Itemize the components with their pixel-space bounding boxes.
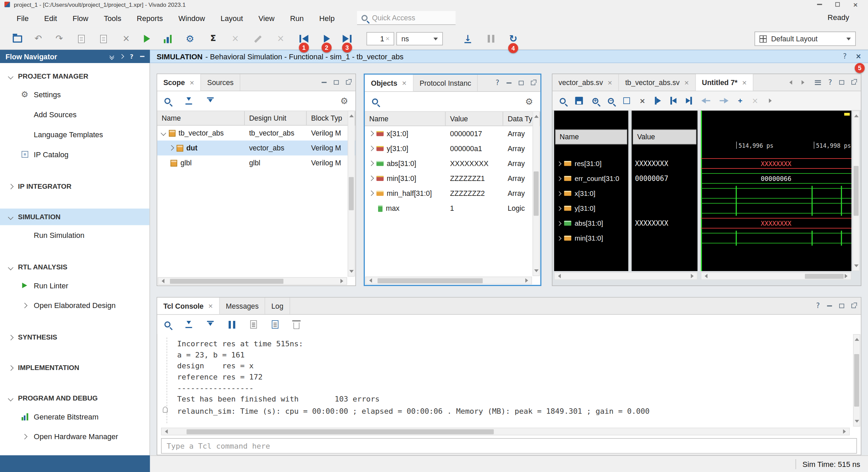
remove-cursor-icon[interactable]: × (639, 97, 646, 104)
copy-button[interactable] (93, 31, 114, 46)
maximize-icon[interactable] (334, 80, 339, 85)
quick-access-search[interactable]: Quick Access (357, 11, 456, 25)
chevron-right-icon[interactable] (369, 161, 374, 166)
wave-signal-name[interactable]: x[31:0] (554, 186, 628, 201)
table-row[interactable]: tb_vector_abs tb_vector_abs Verilog M (157, 126, 355, 141)
vertical-scrollbar[interactable] (348, 111, 355, 277)
table-row[interactable]: max 1 Logic (365, 201, 540, 216)
table-row[interactable]: glbl glbl Verilog M (157, 156, 355, 170)
generate-bitstream-button[interactable] (157, 31, 178, 46)
sidebar-item-generate-bitstream[interactable]: Generate Bitstream (0, 407, 150, 427)
wave-signal-name[interactable]: y[31:0] (554, 201, 628, 216)
edit-button[interactable] (248, 31, 269, 46)
cut-button[interactable]: × (225, 31, 246, 46)
vertical-scrollbar[interactable] (852, 111, 860, 271)
help-icon[interactable]: ? (843, 53, 847, 60)
swap-left-icon[interactable] (701, 98, 710, 103)
maximize-icon[interactable] (519, 81, 524, 85)
chevron-right-icon[interactable] (369, 131, 374, 136)
column-header-name[interactable]: Name (365, 112, 446, 126)
menu-flow[interactable]: Flow (65, 11, 96, 25)
tab-vector-abs-sv[interactable]: vector_abs.sv× (552, 74, 619, 91)
sim-time-input[interactable] (369, 35, 384, 43)
tab-tcl-console[interactable]: Tcl Console× (157, 297, 220, 314)
maximize-icon[interactable] (835, 2, 840, 7)
tab-protocol-instances[interactable]: Protocol Instanc (413, 75, 478, 91)
more-tools-icon[interactable] (769, 99, 774, 103)
maximize-icon[interactable] (839, 304, 844, 308)
wave-signal-name[interactable]: res[31:0] (554, 156, 628, 171)
sidebar-section-project-manager[interactable]: PROJECT MANAGER (0, 68, 150, 85)
float-icon[interactable] (851, 304, 856, 308)
table-row[interactable]: x[31:0] 00000017 Array (365, 126, 540, 141)
tab-messages[interactable]: Messages (220, 297, 265, 314)
table-row[interactable]: abs[31:0] XXXXXXXX Array (365, 156, 540, 171)
help-icon[interactable]: ? (828, 79, 832, 86)
redo-button[interactable]: ↷ (49, 31, 70, 46)
expand-all-icon[interactable] (207, 321, 214, 328)
gear-icon[interactable]: ⚙ (340, 97, 348, 105)
close-icon[interactable]: × (684, 79, 689, 85)
search-icon[interactable] (372, 99, 378, 105)
chevron-right-icon[interactable] (169, 145, 174, 150)
horizontal-scrollbar[interactable] (161, 428, 850, 435)
search-icon[interactable] (164, 322, 171, 328)
tab-scroll-right-icon[interactable] (802, 80, 807, 85)
table-row[interactable]: dut vector_abs Verilog M (157, 141, 355, 156)
layout-select[interactable]: Default Layout (754, 32, 856, 46)
tcl-command-input[interactable] (162, 442, 856, 450)
wave-horizontal-scrollbar[interactable] (701, 272, 851, 280)
goto-time-icon[interactable] (656, 98, 661, 103)
tab-scroll-left-icon[interactable] (787, 80, 792, 85)
collapse-all-icon[interactable] (185, 321, 192, 328)
close-icon[interactable]: × (607, 79, 612, 85)
copy-icon[interactable] (250, 320, 257, 328)
search-icon[interactable] (164, 98, 171, 104)
close-icon[interactable]: × (855, 53, 861, 60)
help-icon[interactable]: ? (496, 80, 499, 86)
menu-run[interactable]: Run (282, 11, 312, 25)
collapse-all-icon[interactable] (110, 54, 113, 59)
table-row[interactable]: y[31:0] 000000a1 Array (365, 141, 540, 156)
add-marker-icon[interactable]: + (738, 96, 742, 105)
sim-time-unit-select[interactable]: ns (396, 32, 443, 45)
report-icon[interactable] (272, 320, 278, 328)
anchor-icon[interactable] (163, 407, 168, 413)
chevron-down-icon[interactable] (161, 130, 166, 136)
sidebar-section-ip-integrator[interactable]: IP INTEGRATOR (0, 178, 150, 195)
close-icon[interactable]: × (189, 79, 194, 85)
next-transition-icon[interactable] (686, 97, 692, 105)
open-project-button[interactable] (7, 31, 28, 46)
delete-button[interactable]: × (116, 31, 137, 46)
minimize-icon[interactable] (322, 82, 327, 83)
minimize-icon[interactable] (507, 82, 512, 83)
run-button[interactable] (136, 31, 157, 46)
column-header-name[interactable]: Name (157, 111, 245, 125)
sim-run-for-button[interactable]: ↓ (457, 31, 478, 46)
float-icon[interactable] (851, 80, 856, 85)
sim-time-field[interactable]: × (367, 32, 394, 45)
tab-tb-vector-abs-sv[interactable]: tb_vector_abs.sv× (619, 74, 696, 91)
tab-scope[interactable]: Scope × (157, 74, 201, 91)
tab-untitled-7[interactable]: Untitled 7*× (696, 74, 754, 91)
minimize-icon[interactable] (827, 305, 832, 306)
wave-signal-name[interactable]: abs[31:0] (554, 216, 628, 231)
tcl-console-output[interactable]: Incorrect res at time 515ns: a = 23, b =… (158, 334, 860, 427)
sidebar-item-run-linter[interactable]: Run Linter (0, 275, 150, 295)
wave-signal-name[interactable]: min[31:0] (554, 231, 628, 246)
menu-tools[interactable]: Tools (96, 11, 129, 25)
maximize-icon[interactable] (839, 80, 844, 85)
search-icon[interactable] (560, 98, 566, 104)
minimize-icon[interactable] (817, 4, 822, 5)
tab-log[interactable]: Log (265, 297, 290, 314)
undo-button[interactable]: ↶ (28, 31, 49, 46)
vertical-scrollbar[interactable] (533, 111, 540, 276)
table-row[interactable]: min[31:0] ZZZZZZZ1 Array (365, 171, 540, 186)
zoom-in-icon[interactable] (592, 98, 598, 104)
sidebar-item-open-hardware-manager[interactable]: Open Hardware Manager (0, 427, 150, 447)
save-button[interactable] (71, 31, 92, 46)
gear-icon[interactable]: ⚙ (525, 97, 533, 106)
sidebar-section-implementation[interactable]: IMPLEMENTATION (0, 360, 150, 376)
close-icon[interactable]: × (208, 303, 213, 309)
delete-marker-icon[interactable]: × (752, 97, 758, 105)
